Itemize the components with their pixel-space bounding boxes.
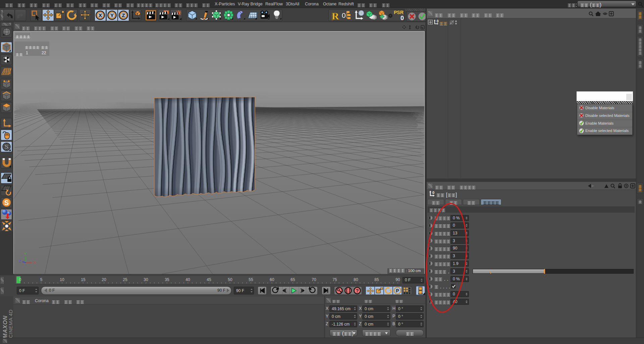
svg-text:0: 0 <box>437 19 439 23</box>
svg-text:0: 0 <box>432 191 434 195</box>
svg-text:?: ? <box>356 288 359 293</box>
svg-text:P: P <box>396 288 399 293</box>
